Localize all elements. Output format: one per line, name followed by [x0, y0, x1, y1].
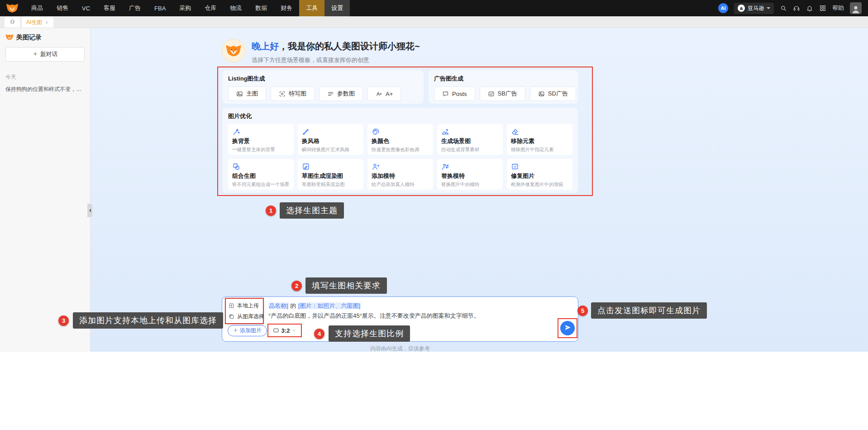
- nav-item-vc[interactable]: VC: [75, 0, 97, 16]
- ad-chart-icon: [488, 91, 495, 97]
- card-desc: 将不同元素组合成一个场景: [232, 182, 290, 188]
- a-plus-icon: [376, 91, 382, 97]
- nav-item-advertising[interactable]: 广告: [122, 0, 148, 16]
- menu-item-local-upload[interactable]: 本地上传: [229, 300, 260, 311]
- optimize-cards-grid: 换背景 一键更替主体的背景 换风格 瞬间转换图片艺术风格 换颜色 快速更改图像色…: [228, 124, 572, 190]
- menu-item-from-gallery[interactable]: 从图库选择: [229, 311, 260, 322]
- card-desc: 移除图片中指定元素: [511, 147, 568, 153]
- card-replace-model[interactable]: 替换模特 替换图片中的模特: [437, 159, 503, 190]
- card-remove-element[interactable]: 移除元素 移除图片中指定元素: [507, 124, 572, 155]
- card-change-style[interactable]: 换风格 瞬间转换图片艺术风格: [298, 124, 363, 155]
- annotation-red-outline-send: [558, 318, 577, 338]
- support-headset-icon[interactable]: [793, 5, 800, 12]
- spec-image-label: 参数图: [337, 90, 355, 98]
- nav-item-finance[interactable]: 财务: [274, 0, 299, 16]
- fox-logo-icon[interactable]: [0, 0, 24, 16]
- nav-item-sales[interactable]: 销售: [50, 0, 75, 16]
- annotation-red-outline-upload-menu: 本地上传 从图库选择: [225, 298, 264, 324]
- nav-item-fba[interactable]: FBA: [148, 0, 172, 16]
- sd-ad-button[interactable]: SD广告: [530, 86, 576, 101]
- card-title: 换风格: [302, 137, 359, 145]
- person-plus-icon: [372, 162, 429, 171]
- app-window: 商品 销售 VC 客服 广告 FBA 采购 仓库 物流 数据 财务 工具 设置 …: [0, 0, 868, 352]
- greeting-hello: 晚上好: [252, 41, 279, 51]
- greeting-block: 晚上好，我是你的私人美图设计师小狸花~ 选择下方任意场景模板，或直接发挥你的创意: [222, 39, 420, 64]
- nav-item-warehouse[interactable]: 仓库: [198, 0, 223, 16]
- greeting-title: 晚上好，我是你的私人美图设计师小狸花~: [252, 40, 420, 53]
- close-icon[interactable]: [45, 20, 49, 24]
- card-add-model[interactable]: 添加模特 给产品添加真人模特: [367, 159, 433, 190]
- closeup-image-button[interactable]: 特写图: [271, 86, 315, 101]
- sketch-pencil-icon: [302, 162, 359, 171]
- marketplace-selector[interactable]: a 亚马逊: [734, 3, 774, 14]
- nav-item-products[interactable]: 商品: [24, 0, 50, 16]
- search-icon[interactable]: [780, 5, 787, 12]
- greeting-subtitle: 选择下方任意场景模板，或直接发挥你的创意: [252, 56, 420, 64]
- card-combine-images[interactable]: 组合生图 将不同元素组合成一个场景: [228, 159, 294, 190]
- eraser-icon: [511, 128, 568, 136]
- closeup-image-label: 特写图: [289, 90, 306, 98]
- nav-right-cluster: AI a 亚马逊 帮助: [718, 0, 868, 16]
- upload-dropdown-menu: 本地上传 从图库选择: [226, 299, 263, 323]
- card-title: 草图生成渲染图: [302, 172, 359, 180]
- brush-icon: [302, 128, 359, 136]
- annotation-step-5-badge: 5: [577, 306, 588, 316]
- sidebar: 美图记录 新对话 今天 保持狗狗的位置和样式不变，把背景换...: [0, 28, 91, 352]
- image-icon: [236, 91, 243, 97]
- send-button[interactable]: [560, 321, 575, 335]
- user-avatar[interactable]: [850, 2, 862, 14]
- main-content: 晚上好，我是你的私人美图设计师小狸花~ 选择下方任意场景模板，或直接发挥你的创意…: [91, 28, 868, 352]
- card-repair-image[interactable]: 修复图片 检测并修复图片中的瑕疵: [507, 159, 572, 190]
- history-item[interactable]: 保持狗狗的位置和样式不变，把背景换...: [5, 86, 85, 93]
- prompt-token-imagetype: [图片：如照片、六面图]: [298, 302, 361, 309]
- prompt-text[interactable]: 品名称] 的 [图片：如照片、六面图] °产品的白底图，并以产品的正面45°展示…: [268, 301, 546, 321]
- sidebar-title-label: 美图记录: [16, 33, 42, 42]
- optimize-panel-title: 图片优化: [228, 112, 572, 120]
- card-desc: 给产品添加真人模特: [372, 182, 429, 188]
- tab-ai-image[interactable]: AI生图: [22, 17, 53, 28]
- nav-item-settings[interactable]: 设置: [324, 0, 350, 16]
- card-change-background[interactable]: 换背景 一键更替主体的背景: [228, 124, 294, 155]
- help-link[interactable]: 帮助: [832, 4, 844, 12]
- card-desc: 检测并修复图片中的瑕疵: [511, 182, 568, 188]
- add-image-label: 添加图片: [240, 327, 262, 334]
- tab-bar: AI生图: [0, 16, 868, 28]
- card-desc: 瞬间转换图片艺术风格: [302, 147, 359, 153]
- card-sketch-render[interactable]: 草图生成渲染图 草图秒变精美渲染图: [298, 159, 363, 190]
- nav-item-logistics[interactable]: 物流: [223, 0, 248, 16]
- nav-item-data[interactable]: 数据: [248, 0, 274, 16]
- greeting-rest: ，我是你的私人美图设计师小狸花~: [279, 41, 420, 51]
- prompt-line-1: 品名称] 的 [图片：如照片、六面图]: [268, 301, 546, 311]
- aplus-button[interactable]: A+: [367, 86, 401, 101]
- ai-assistant-badge[interactable]: AI: [718, 3, 728, 13]
- card-title: 生成场景图: [441, 137, 499, 145]
- nav-item-purchasing[interactable]: 采购: [172, 0, 198, 16]
- focus-frame-icon: [279, 91, 286, 97]
- ads-panel-title: 广告图生成: [434, 75, 572, 83]
- main-image-button[interactable]: 主图: [228, 86, 266, 101]
- spec-image-button[interactable]: 参数图: [319, 86, 363, 101]
- home-icon: [10, 19, 15, 26]
- new-chat-label: 新对话: [40, 50, 58, 58]
- add-image-button[interactable]: 添加图片: [228, 325, 267, 336]
- person-swap-icon: [441, 162, 499, 171]
- nav-item-tools[interactable]: 工具: [299, 0, 324, 16]
- posts-button[interactable]: Posts: [434, 86, 475, 101]
- card-title: 替换模特: [441, 172, 499, 180]
- card-change-color[interactable]: 换颜色 快速更改图像色彩色调: [367, 124, 433, 155]
- tab-home[interactable]: [5, 17, 20, 28]
- annotation-step-4-tooltip: 支持选择生图比例: [329, 325, 410, 342]
- card-generate-scene[interactable]: 生成场景图 自动生成背景素材: [437, 124, 503, 155]
- sidebar-collapse-handle[interactable]: [87, 204, 92, 217]
- annotation-step-1-tooltip: 选择生图主题: [280, 202, 344, 219]
- nav-item-customer-service[interactable]: 客服: [97, 0, 122, 16]
- sb-ad-button[interactable]: SB广告: [480, 86, 525, 101]
- card-title: 修复图片: [511, 172, 568, 180]
- notifications-bell-icon[interactable]: [806, 5, 813, 12]
- listing-generation-panel: Listing图生成 主图 特写图 参数图: [223, 70, 424, 104]
- ratio-selector[interactable]: 3:2: [273, 327, 297, 334]
- ratio-value: 3:2: [281, 327, 290, 334]
- new-chat-button[interactable]: 新对话: [5, 47, 85, 62]
- card-desc: 快速更改图像色彩色调: [372, 147, 429, 153]
- apps-grid-icon[interactable]: [819, 5, 826, 12]
